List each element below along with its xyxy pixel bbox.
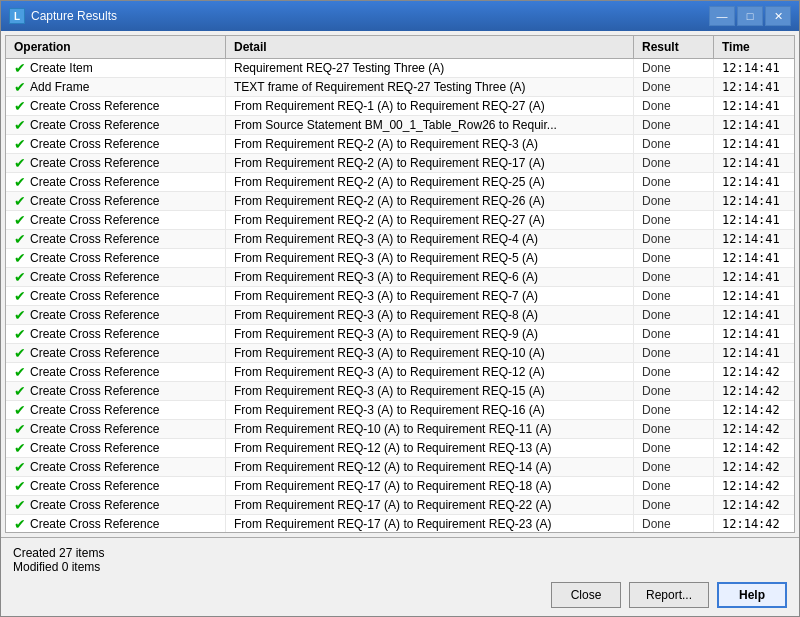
- result-cell: Done: [634, 135, 714, 153]
- check-icon: ✔: [14, 175, 26, 189]
- operation-label: Create Cross Reference: [30, 289, 159, 303]
- footer-stats: Created 27 items Modified 0 items: [13, 546, 787, 574]
- operation-label: Create Cross Reference: [30, 175, 159, 189]
- operation-label: Create Cross Reference: [30, 137, 159, 151]
- detail-cell: From Requirement REQ-2 (A) to Requiremen…: [226, 211, 634, 229]
- detail-cell: From Requirement REQ-3 (A) to Requiremen…: [226, 306, 634, 324]
- operation-cell: ✔Create Cross Reference: [6, 496, 226, 514]
- table-row: ✔Create Cross ReferenceFrom Requirement …: [6, 306, 794, 325]
- operation-label: Create Item: [30, 61, 93, 75]
- check-icon: ✔: [14, 289, 26, 303]
- result-cell: Done: [634, 458, 714, 476]
- check-icon: ✔: [14, 118, 26, 132]
- time-cell: 12:14:41: [714, 325, 794, 343]
- operation-label: Create Cross Reference: [30, 422, 159, 436]
- operation-label: Create Cross Reference: [30, 156, 159, 170]
- footer: Created 27 items Modified 0 items Close …: [1, 537, 799, 616]
- maximize-button[interactable]: □: [737, 6, 763, 26]
- result-cell: Done: [634, 268, 714, 286]
- operation-label: Create Cross Reference: [30, 403, 159, 417]
- check-icon: ✔: [14, 156, 26, 170]
- col-detail: Detail: [226, 36, 634, 58]
- check-icon: ✔: [14, 80, 26, 94]
- check-icon: ✔: [14, 327, 26, 341]
- operation-cell: ✔Create Item: [6, 59, 226, 77]
- title-bar-controls: — □ ✕: [709, 6, 791, 26]
- detail-cell: From Source Statement BM_00_1_Table_Row2…: [226, 116, 634, 134]
- time-cell: 12:14:42: [714, 401, 794, 419]
- operation-cell: ✔Create Cross Reference: [6, 325, 226, 343]
- table-row: ✔Create Cross ReferenceFrom Requirement …: [6, 249, 794, 268]
- operation-label: Create Cross Reference: [30, 346, 159, 360]
- table-row: ✔Create Cross ReferenceFrom Source State…: [6, 116, 794, 135]
- result-cell: Done: [634, 211, 714, 229]
- operation-label: Create Cross Reference: [30, 251, 159, 265]
- check-icon: ✔: [14, 61, 26, 75]
- table-row: ✔Create Cross ReferenceFrom Requirement …: [6, 154, 794, 173]
- result-cell: Done: [634, 287, 714, 305]
- result-cell: Done: [634, 382, 714, 400]
- window-title: Capture Results: [31, 9, 709, 23]
- table-body[interactable]: ✔Create ItemRequirement REQ-27 Testing T…: [6, 59, 794, 532]
- table-row: ✔Create Cross ReferenceFrom Requirement …: [6, 363, 794, 382]
- table-row: ✔Create Cross ReferenceFrom Requirement …: [6, 515, 794, 532]
- operation-label: Create Cross Reference: [30, 498, 159, 512]
- close-button[interactable]: Close: [551, 582, 621, 608]
- result-cell: Done: [634, 477, 714, 495]
- table-row: ✔Add FrameTEXT frame of Requirement REQ-…: [6, 78, 794, 97]
- detail-cell: From Requirement REQ-2 (A) to Requiremen…: [226, 173, 634, 191]
- detail-cell: From Requirement REQ-17 (A) to Requireme…: [226, 477, 634, 495]
- check-icon: ✔: [14, 422, 26, 436]
- operation-cell: ✔Create Cross Reference: [6, 173, 226, 191]
- detail-cell: From Requirement REQ-3 (A) to Requiremen…: [226, 268, 634, 286]
- time-cell: 12:14:41: [714, 173, 794, 191]
- minimize-button[interactable]: —: [709, 6, 735, 26]
- detail-cell: From Requirement REQ-17 (A) to Requireme…: [226, 496, 634, 514]
- time-cell: 12:14:41: [714, 78, 794, 96]
- operation-cell: ✔Create Cross Reference: [6, 458, 226, 476]
- table-row: ✔Create Cross ReferenceFrom Requirement …: [6, 135, 794, 154]
- check-icon: ✔: [14, 479, 26, 493]
- check-icon: ✔: [14, 232, 26, 246]
- table-row: ✔Create Cross ReferenceFrom Requirement …: [6, 458, 794, 477]
- result-cell: Done: [634, 154, 714, 172]
- check-icon: ✔: [14, 498, 26, 512]
- check-icon: ✔: [14, 460, 26, 474]
- result-cell: Done: [634, 496, 714, 514]
- help-button[interactable]: Help: [717, 582, 787, 608]
- time-cell: 12:14:41: [714, 154, 794, 172]
- check-icon: ✔: [14, 403, 26, 417]
- close-window-button[interactable]: ✕: [765, 6, 791, 26]
- time-cell: 12:14:41: [714, 97, 794, 115]
- app-icon: L: [9, 8, 25, 24]
- operation-cell: ✔Create Cross Reference: [6, 211, 226, 229]
- operation-label: Create Cross Reference: [30, 365, 159, 379]
- time-cell: 12:14:41: [714, 306, 794, 324]
- operation-cell: ✔Create Cross Reference: [6, 116, 226, 134]
- operation-cell: ✔Create Cross Reference: [6, 382, 226, 400]
- table-row: ✔Create Cross ReferenceFrom Requirement …: [6, 382, 794, 401]
- operation-label: Add Frame: [30, 80, 89, 94]
- result-cell: Done: [634, 515, 714, 532]
- result-cell: Done: [634, 173, 714, 191]
- check-icon: ✔: [14, 517, 26, 531]
- detail-cell: From Requirement REQ-3 (A) to Requiremen…: [226, 401, 634, 419]
- result-cell: Done: [634, 59, 714, 77]
- operation-label: Create Cross Reference: [30, 384, 159, 398]
- check-icon: ✔: [14, 251, 26, 265]
- operation-cell: ✔Create Cross Reference: [6, 97, 226, 115]
- col-time: Time: [714, 36, 794, 58]
- result-cell: Done: [634, 192, 714, 210]
- content-panel: Operation Detail Result Time ✔Create Ite…: [5, 35, 795, 533]
- operation-label: Create Cross Reference: [30, 441, 159, 455]
- table-row: ✔Create Cross ReferenceFrom Requirement …: [6, 344, 794, 363]
- detail-cell: TEXT frame of Requirement REQ-27 Testing…: [226, 78, 634, 96]
- detail-cell: From Requirement REQ-2 (A) to Requiremen…: [226, 135, 634, 153]
- table-row: ✔Create Cross ReferenceFrom Requirement …: [6, 439, 794, 458]
- report-button[interactable]: Report...: [629, 582, 709, 608]
- time-cell: 12:14:42: [714, 363, 794, 381]
- operation-cell: ✔Add Frame: [6, 78, 226, 96]
- table-row: ✔Create Cross ReferenceFrom Requirement …: [6, 230, 794, 249]
- result-cell: Done: [634, 420, 714, 438]
- time-cell: 12:14:41: [714, 116, 794, 134]
